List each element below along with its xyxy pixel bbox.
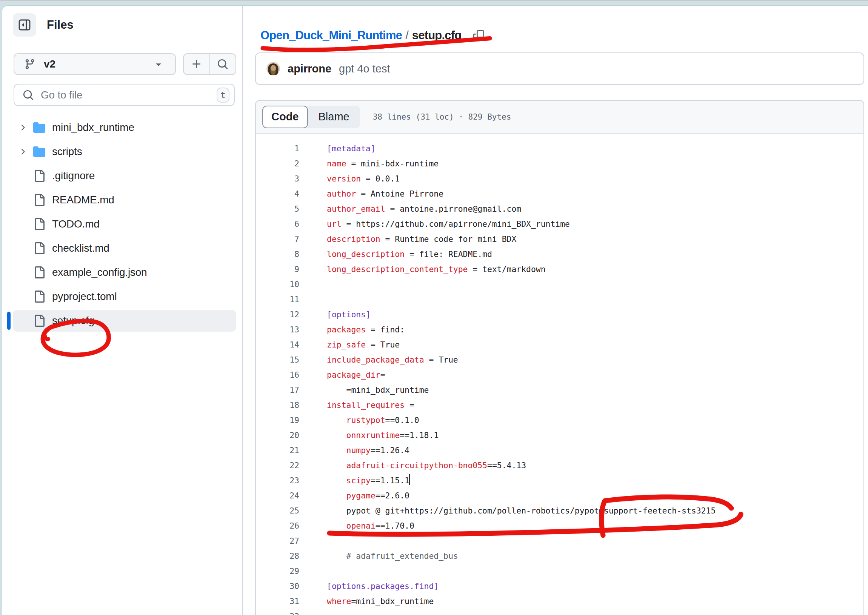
line-number[interactable]: 7	[256, 232, 299, 247]
line-number[interactable]: 30	[256, 579, 299, 594]
code-line: 17 =mini_bdx_runtime	[256, 382, 863, 398]
folder-icon	[33, 122, 45, 134]
sidebar-item-scripts[interactable]: scripts	[13, 140, 236, 164]
line-number[interactable]: 26	[256, 518, 299, 534]
tree-item-label: example_config.json	[52, 266, 147, 278]
line-number[interactable]: 32	[256, 609, 299, 615]
code-line: 1[metadata]	[256, 141, 863, 156]
line-number[interactable]: 12	[256, 307, 299, 322]
copy-path-button[interactable]	[473, 30, 484, 41]
line-content: author = Antoine Pirrone	[299, 186, 443, 201]
sidebar-item-mini-bdx-runtime[interactable]: mini_bdx_runtime	[13, 116, 236, 140]
code-line: 21 numpy==1.26.4	[256, 443, 863, 458]
active-file-indicator	[7, 312, 11, 330]
files-header: Files	[13, 13, 73, 37]
code-line: 5author_email = antoine.pirrone@gmail.co…	[256, 201, 863, 217]
line-content: [options.packages.find]	[299, 579, 439, 594]
line-number[interactable]: 4	[256, 186, 299, 201]
file-icon	[33, 194, 45, 206]
line-number[interactable]: 8	[256, 247, 299, 262]
line-number[interactable]: 20	[256, 428, 299, 443]
line-number[interactable]: 22	[256, 458, 299, 473]
line-content: adafruit-circuitpython-bno055==5.4.13	[299, 458, 526, 473]
go-to-file-box: t	[14, 84, 235, 106]
line-number[interactable]: 29	[256, 564, 299, 579]
line-content: author_email = antoine.pirrone@gmail.com	[299, 201, 521, 217]
collapse-sidebar-button[interactable]	[13, 13, 36, 37]
branch-selector[interactable]: v2	[14, 53, 176, 75]
sidebar-item--gitignore[interactable]: .gitignore	[13, 164, 236, 188]
line-number[interactable]: 13	[256, 322, 299, 337]
sidebar-item-pyproject-toml[interactable]: pyproject.toml	[13, 284, 236, 309]
line-number[interactable]: 25	[256, 503, 299, 518]
line-content: packages = find:	[299, 322, 404, 337]
line-number[interactable]: 18	[256, 398, 299, 413]
line-content: [options]	[299, 307, 371, 322]
tab-blame[interactable]: Blame	[308, 106, 360, 128]
sidebar-item-readme-md[interactable]: README.md	[13, 188, 236, 212]
line-number[interactable]: 2	[256, 156, 299, 171]
line-number[interactable]: 9	[256, 262, 299, 277]
line-content	[299, 534, 327, 549]
file-icon	[33, 170, 45, 182]
line-number[interactable]: 16	[256, 367, 299, 382]
new-file-button[interactable]	[184, 54, 209, 74]
line-number[interactable]: 11	[256, 292, 299, 307]
commit-author[interactable]: apirrone	[287, 62, 331, 75]
file-icon	[33, 218, 45, 230]
line-number[interactable]: 28	[256, 549, 299, 564]
line-number[interactable]: 15	[256, 353, 299, 367]
line-content: numpy==1.26.4	[299, 443, 409, 458]
breadcrumb-file-name: setup.cfg	[412, 29, 462, 42]
file-icon	[33, 266, 45, 278]
file-tree-sidebar: Files v2	[2, 6, 243, 615]
line-number[interactable]: 10	[256, 277, 299, 292]
line-number[interactable]: 23	[256, 473, 299, 488]
code-line: 30[options.packages.find]	[256, 579, 863, 594]
code-line: 2name = mini-bdx-runtime	[256, 156, 863, 171]
breadcrumb-repo-link[interactable]: Open_Duck_Mini_Runtime	[261, 29, 402, 42]
file-icon	[33, 242, 45, 254]
tab-code[interactable]: Code	[262, 106, 308, 128]
line-number[interactable]: 24	[256, 488, 299, 503]
line-content: =mini_bdx_runtime	[299, 382, 429, 398]
line-number[interactable]: 6	[256, 217, 299, 232]
search-icon	[217, 58, 228, 70]
line-content: url = https://github.com/apirrone/mini_B…	[299, 217, 570, 232]
line-number[interactable]: 14	[256, 337, 299, 353]
code-line: 6url = https://github.com/apirrone/mini_…	[256, 217, 863, 232]
tree-item-label: setup.cfg	[52, 315, 94, 327]
code-line: 12[options]	[256, 307, 863, 322]
line-number[interactable]: 31	[256, 594, 299, 609]
code-line: 8long_description = file: README.md	[256, 247, 863, 262]
branch-name: v2	[44, 58, 153, 70]
commit-message[interactable]: gpt 4o test	[339, 62, 390, 75]
line-content: description = Runtime code for mini BDX	[299, 232, 516, 247]
code-line: 27	[256, 534, 863, 549]
line-number[interactable]: 1	[256, 141, 299, 156]
code-line: 10	[256, 277, 863, 292]
tree-item-label: scripts	[52, 146, 82, 158]
line-number[interactable]: 21	[256, 443, 299, 458]
line-number[interactable]: 27	[256, 534, 299, 549]
sidebar-item-example-config-json[interactable]: example_config.json	[13, 260, 236, 284]
chevron-right-icon[interactable]	[17, 122, 29, 134]
code-line: 32	[256, 609, 863, 615]
line-number[interactable]: 17	[256, 382, 299, 398]
git-branch-icon	[24, 58, 36, 70]
go-to-file-input[interactable]	[41, 89, 217, 101]
sidebar-item-checklist-md[interactable]: checklist.md	[13, 236, 236, 260]
line-content: version = 0.0.1	[299, 171, 400, 186]
avatar[interactable]	[267, 62, 280, 75]
line-number[interactable]: 5	[256, 201, 299, 217]
sidebar-item-todo-md[interactable]: TODO.md	[13, 212, 236, 236]
search-tree-button[interactable]	[209, 54, 236, 74]
copy-icon	[473, 30, 484, 41]
line-content: install_requires =	[299, 398, 414, 413]
line-content: pypot @ git+https://github.com/pollen-ro…	[299, 503, 715, 518]
line-number[interactable]: 3	[256, 171, 299, 186]
chevron-right-icon[interactable]	[17, 146, 29, 158]
sidebar-item-setup-cfg[interactable]: setup.cfg	[13, 309, 236, 333]
breadcrumb-separator: /	[405, 29, 409, 42]
line-number[interactable]: 19	[256, 413, 299, 428]
